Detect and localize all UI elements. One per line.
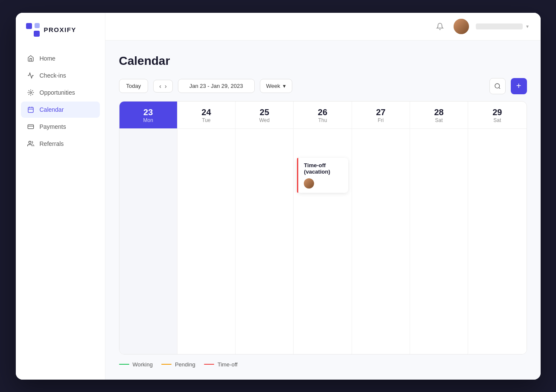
payments-icon bbox=[27, 123, 35, 131]
sidebar-item-home[interactable]: Home bbox=[21, 50, 100, 67]
cal-day-num-wed: 25 bbox=[236, 107, 293, 117]
legend-timeoff: Time-off bbox=[204, 361, 238, 368]
logo-icon bbox=[26, 23, 40, 37]
working-label: Working bbox=[133, 361, 153, 368]
cal-header-wed: 25 Wed bbox=[236, 102, 293, 129]
pending-label: Pending bbox=[175, 361, 195, 368]
svg-point-7 bbox=[29, 141, 31, 143]
working-line bbox=[119, 364, 129, 365]
event-avatar bbox=[304, 178, 314, 189]
sidebar-item-payments[interactable]: Payments bbox=[21, 119, 100, 135]
legend-working: Working bbox=[119, 361, 153, 368]
logo-area: PROXIFY bbox=[16, 23, 105, 50]
sidebar-item-payments-label: Payments bbox=[40, 123, 66, 130]
svg-point-8 bbox=[495, 84, 500, 88]
cal-body-mon bbox=[119, 129, 177, 354]
svg-point-0 bbox=[30, 92, 32, 93]
cal-col-wed: 25 Wed bbox=[236, 102, 294, 354]
username-placeholder bbox=[476, 23, 523, 29]
cal-col-mon: 23 Mon bbox=[119, 102, 178, 354]
next-arrow[interactable]: › bbox=[163, 83, 168, 90]
cal-col-tue: 24 Tue bbox=[178, 102, 236, 354]
sidebar-nav: Home Check-ins Opportunities Calendar bbox=[16, 50, 105, 152]
avatar[interactable] bbox=[454, 19, 469, 34]
cal-header-sun: 29 Sat bbox=[468, 102, 526, 129]
sidebar-item-calendar-label: Calendar bbox=[40, 106, 64, 113]
page-content: Calendar Today ‹ › Jan 23 - Jan 29, 2023… bbox=[105, 41, 541, 380]
sidebar-item-opportunities[interactable]: Opportunities bbox=[21, 84, 100, 101]
sidebar-item-home-label: Home bbox=[40, 55, 55, 62]
calendar-icon bbox=[27, 106, 35, 113]
avatar-image bbox=[454, 19, 469, 34]
cal-day-num-sat: 28 bbox=[410, 107, 468, 117]
cal-day-name-sat: Sat bbox=[410, 117, 468, 123]
calendar-grid: 23 Mon 24 Tue bbox=[119, 102, 527, 354]
svg-rect-1 bbox=[28, 107, 33, 112]
cal-day-num-mon: 23 bbox=[119, 107, 177, 117]
cal-body-tue bbox=[178, 129, 235, 354]
nav-arrows[interactable]: ‹ › bbox=[153, 80, 172, 93]
cal-header-tue: 24 Tue bbox=[178, 102, 235, 129]
sidebar-item-calendar[interactable]: Calendar bbox=[21, 102, 100, 118]
cal-body-sat bbox=[410, 129, 468, 354]
cal-col-fri: 27 Fri bbox=[352, 102, 410, 354]
opportunities-icon bbox=[27, 89, 35, 96]
cal-day-name-mon: Mon bbox=[119, 117, 177, 123]
cal-body-wed bbox=[236, 129, 293, 354]
cal-body-sun bbox=[468, 129, 526, 354]
cal-day-name-sun: Sat bbox=[468, 117, 526, 123]
svg-rect-5 bbox=[28, 125, 33, 128]
prev-arrow[interactable]: ‹ bbox=[158, 83, 163, 90]
search-button[interactable] bbox=[489, 78, 506, 94]
notification-bell[interactable] bbox=[433, 20, 447, 33]
cal-header-sat: 28 Sat bbox=[410, 102, 468, 129]
cal-col-thu: 26 Thu Time-off (vacation) bbox=[294, 102, 352, 354]
page-title: Calendar bbox=[119, 54, 527, 68]
legend-pending: Pending bbox=[161, 361, 195, 368]
pending-line bbox=[161, 364, 172, 365]
timeoff-line bbox=[204, 364, 214, 365]
add-event-button[interactable]: + bbox=[511, 78, 527, 94]
referrals-icon bbox=[27, 140, 35, 148]
sidebar-item-checkins-label: Check-ins bbox=[40, 72, 66, 79]
event-border bbox=[297, 158, 298, 193]
cal-day-name-wed: Wed bbox=[236, 117, 293, 123]
cal-day-name-tue: Tue bbox=[178, 117, 235, 123]
checkins-icon bbox=[27, 72, 35, 79]
sidebar-item-checkins[interactable]: Check-ins bbox=[21, 67, 100, 84]
event-title: Time-off (vacation) bbox=[302, 162, 343, 175]
cal-header-mon: 23 Mon bbox=[119, 102, 177, 129]
cal-day-name-fri: Fri bbox=[352, 117, 410, 123]
main-content: ▾ Calendar Today ‹ › Jan 23 - Jan 29, 20… bbox=[105, 13, 541, 380]
today-button[interactable]: Today bbox=[119, 79, 148, 93]
cal-col-sun: 29 Sat bbox=[468, 102, 526, 354]
topbar: ▾ bbox=[105, 13, 541, 41]
sidebar-item-referrals[interactable]: Referrals bbox=[21, 136, 100, 152]
cal-day-name-thu: Thu bbox=[294, 117, 351, 123]
cal-day-num-tue: 24 bbox=[178, 107, 235, 117]
app-container: PROXIFY Home Check-ins Opportunities bbox=[16, 13, 541, 380]
calendar-toolbar: Today ‹ › Jan 23 - Jan 29, 2023 Week ▾ + bbox=[119, 78, 527, 94]
cal-day-num-fri: 27 bbox=[352, 107, 410, 117]
week-selector[interactable]: Week ▾ bbox=[260, 79, 292, 93]
logo-text: PROXIFY bbox=[44, 26, 76, 33]
date-range-display: Jan 23 - Jan 29, 2023 bbox=[178, 79, 255, 93]
cal-day-num-thu: 26 bbox=[294, 107, 351, 117]
cal-body-fri bbox=[352, 129, 410, 354]
cal-body-thu[interactable]: Time-off (vacation) bbox=[294, 129, 351, 354]
home-icon bbox=[27, 55, 35, 62]
calendar-legend: Working Pending Time-off bbox=[119, 354, 527, 369]
sidebar-item-opportunities-label: Opportunities bbox=[40, 89, 75, 96]
user-menu[interactable]: ▾ bbox=[476, 23, 529, 29]
timeoff-label: Time-off bbox=[218, 361, 238, 368]
cal-col-sat: 28 Sat bbox=[410, 102, 468, 354]
cal-header-fri: 27 Fri bbox=[352, 102, 410, 129]
event-card-vacation[interactable]: Time-off (vacation) bbox=[297, 158, 348, 193]
cal-day-num-sun: 29 bbox=[468, 107, 526, 117]
svg-line-9 bbox=[499, 87, 500, 89]
sidebar: PROXIFY Home Check-ins Opportunities bbox=[16, 13, 105, 380]
cal-header-thu: 26 Thu bbox=[294, 102, 351, 129]
calendar-wrapper: 23 Mon 24 Tue bbox=[119, 101, 527, 354]
week-label: Week bbox=[266, 83, 280, 89]
sidebar-item-referrals-label: Referrals bbox=[40, 140, 64, 147]
